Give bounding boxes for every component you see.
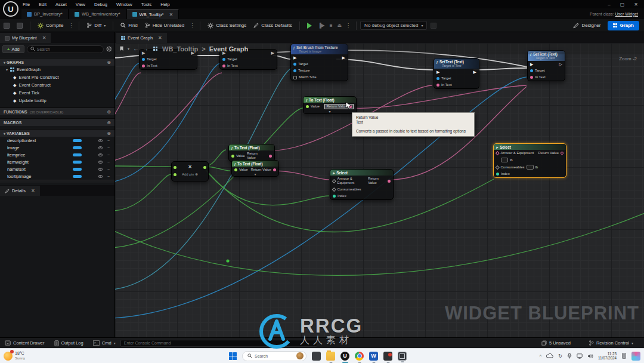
compile-options-icon[interactable]: ⋮: [67, 23, 75, 28]
blueprint-searchbox[interactable]: [27, 45, 104, 53]
node-to-text-float-3[interactable]: fTo Text (Float) Value Return Value ▾: [231, 160, 279, 177]
event-graph-canvas[interactable]: ▾ ← → WB_Tooltip > Event Graph Zoom -2 W…: [115, 43, 644, 337]
event-construct-item[interactable]: ◆Event Construct: [0, 81, 114, 89]
exec-out-pin[interactable]: ▶: [473, 70, 476, 74]
play-options-icon[interactable]: ⋮: [344, 23, 352, 28]
debug-object-dropdown[interactable]: No debug object selected▾: [360, 21, 427, 30]
maximize-button[interactable]: ▢: [620, 2, 625, 7]
menu-window[interactable]: Window: [116, 2, 132, 7]
display-cast-icon[interactable]: [577, 353, 583, 359]
frame-skip-button[interactable]: ▐▶: [315, 23, 327, 28]
in-text-pin[interactable]: [530, 76, 533, 79]
add-pin-button[interactable]: Add pin ⊕: [172, 172, 208, 176]
designer-button[interactable]: Designer: [569, 23, 604, 29]
node-to-text-float-2[interactable]: fTo Text (Float) Value Return Value: [228, 144, 275, 162]
exec-in-pin[interactable]: ▶: [436, 70, 439, 74]
exec-in-pin[interactable]: ▶: [530, 62, 533, 66]
add-graph-icon[interactable]: ⊕: [107, 60, 111, 65]
node-select-1[interactable]: ▸Select Armour & Equipment Return Value …: [330, 169, 394, 200]
taskbar-search-input[interactable]: [255, 354, 290, 358]
app-file-explorer[interactable]: [326, 352, 335, 361]
variable-row-descriptiontext[interactable]: descriptiontext~: [0, 137, 114, 144]
variable-type-pill[interactable]: [73, 146, 82, 149]
close-button[interactable]: ✕: [634, 2, 638, 7]
update-tooltip-item[interactable]: ◆Update tooltip: [0, 97, 114, 104]
variables-section-header[interactable]: ▾ VARIABLES ⊕: [0, 129, 114, 137]
variable-row-itemprice[interactable]: itemprice~: [0, 151, 114, 158]
variable-type-pill[interactable]: [73, 175, 82, 178]
variable-row-tooltipimage[interactable]: tooltipimage~: [0, 173, 114, 180]
class-settings-button[interactable]: Class Settings: [204, 19, 250, 32]
console-command-input[interactable]: [120, 340, 317, 347]
variable-row-nametext[interactable]: nametext~: [0, 165, 114, 173]
microphone-icon[interactable]: [567, 353, 572, 359]
app-task-view[interactable]: [312, 352, 321, 361]
diff-button[interactable]: Diff▾: [83, 19, 109, 32]
value-pin[interactable]: [231, 155, 234, 158]
event-pre-construct-item[interactable]: ◆Event Pre Construct: [0, 73, 114, 81]
eye-icon[interactable]: [98, 175, 103, 178]
hide-unrelated-options-icon[interactable]: ⋮: [188, 23, 196, 28]
menu-edit[interactable]: Edit: [39, 2, 47, 7]
index-pin[interactable]: [333, 195, 336, 198]
in-text-pin[interactable]: [222, 64, 225, 67]
app-word[interactable]: W: [369, 352, 378, 361]
eye-icon[interactable]: [98, 139, 103, 142]
search-input[interactable]: [37, 47, 100, 51]
exec-out-pin[interactable]: ▶: [342, 56, 345, 60]
menu-view[interactable]: View: [76, 2, 85, 7]
close-icon[interactable]: ✕: [31, 188, 35, 193]
event-graph-tab[interactable]: Event Graph ✕: [116, 33, 167, 43]
macros-section-header[interactable]: MACROS ⊕: [0, 118, 114, 126]
weather-widget[interactable]: 18°C Sunny: [0, 351, 25, 361]
option-pin-armour[interactable]: [332, 179, 336, 183]
eject-button[interactable]: ⏏: [335, 23, 345, 28]
node-settext-text-1[interactable]: fSetText (Text)Target is Text ▶▶ Target …: [434, 58, 479, 89]
tab-wb-iteminventory[interactable]: WB_ItemInventory*: [69, 9, 126, 19]
graph-button[interactable]: Graph: [608, 21, 639, 30]
in-text-pin[interactable]: [436, 84, 439, 87]
details-tab[interactable]: Details ✕: [0, 186, 40, 196]
volume-icon[interactable]: [587, 353, 593, 359]
minimize-button[interactable]: –: [608, 2, 610, 7]
start-button[interactable]: [229, 352, 237, 360]
index-pin[interactable]: [496, 173, 499, 176]
variable-type-pill[interactable]: [73, 139, 82, 142]
variable-type-pill[interactable]: [73, 161, 82, 164]
event-tick-item[interactable]: ◆Event Tick: [0, 89, 114, 97]
stop-button[interactable]: ■: [327, 23, 335, 28]
node-select-2[interactable]: ▸Select Armour & Equipment Return Value …: [493, 143, 566, 178]
app-capture[interactable]: [398, 352, 407, 361]
menu-help[interactable]: Help: [160, 2, 169, 7]
my-blueprint-tab[interactable]: My Blueprint ✕: [0, 33, 51, 43]
unsaved-button[interactable]: 5 Unsaved: [537, 340, 575, 346]
value-pin[interactable]: [306, 105, 309, 108]
tab-close-icon[interactable]: ✕: [169, 12, 173, 17]
return-value-pin[interactable]: [273, 168, 276, 171]
onedrive-cloud-icon[interactable]: [546, 353, 553, 358]
target-pin[interactable]: [293, 63, 296, 66]
close-icon[interactable]: ✕: [158, 35, 162, 41]
texture-pin[interactable]: [293, 69, 296, 72]
option-b-field[interactable]: [527, 165, 534, 170]
add-button[interactable]: +Add: [2, 45, 24, 53]
target-pin[interactable]: [142, 58, 145, 61]
add-function-icon[interactable]: ⊕: [107, 109, 111, 115]
class-defaults-button[interactable]: Class Defaults: [250, 19, 296, 32]
parent-class-link[interactable]: User Widget: [615, 12, 638, 16]
tray-chevron-up-icon[interactable]: ^: [539, 353, 541, 359]
eventgraph-item[interactable]: ▾ EventGraph: [0, 66, 114, 73]
breadcrumb-root[interactable]: WB_Tooltip: [162, 45, 198, 53]
add-macro-icon[interactable]: ⊕: [107, 120, 111, 125]
content-drawer-button[interactable]: Content Drawer: [0, 338, 49, 348]
menu-asset[interactable]: Asset: [55, 2, 67, 7]
variable-type-pill[interactable]: [73, 168, 82, 171]
app-chrome[interactable]: [355, 352, 364, 361]
eye-icon[interactable]: [98, 146, 103, 149]
widgets-icon[interactable]: [631, 352, 640, 361]
forward-arrow-icon[interactable]: →: [143, 45, 148, 52]
tab-bp-inventory[interactable]: BP_Inventory*: [21, 9, 69, 19]
option-pin-consumeables[interactable]: [332, 187, 336, 191]
functions-section-header[interactable]: FUNCTIONS(36 OVERRIDABLE) ⊕: [0, 107, 114, 115]
close-icon[interactable]: ✕: [42, 35, 47, 41]
